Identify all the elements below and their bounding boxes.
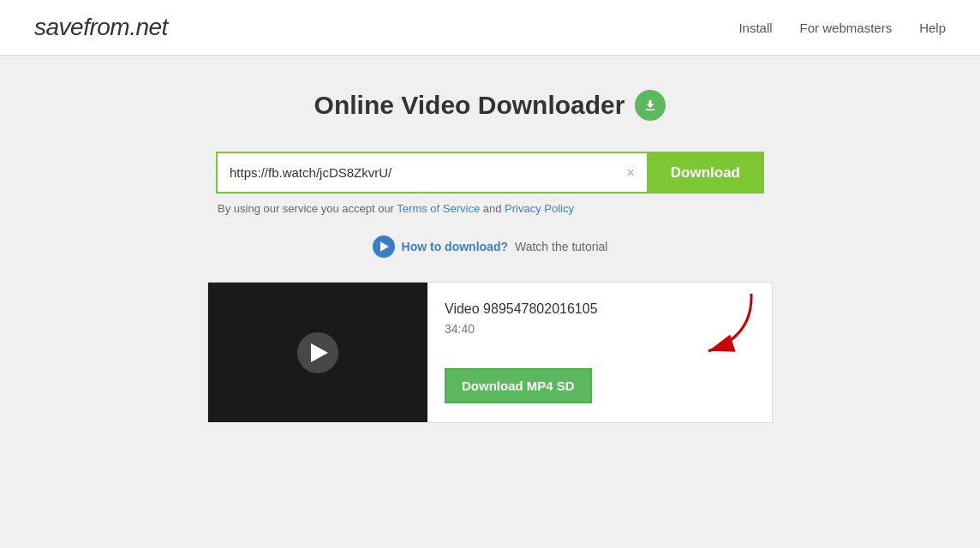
clear-icon[interactable]: × — [623, 163, 637, 183]
video-thumbnail — [208, 283, 427, 422]
main-content: Online Video Downloader × Download By us… — [0, 56, 980, 449]
search-bar: × Download — [216, 152, 764, 194]
url-input[interactable] — [226, 153, 623, 192]
play-icon-svg — [380, 241, 389, 252]
terms-of-service-link[interactable]: Terms of Service — [397, 202, 480, 215]
nav-install[interactable]: Install — [738, 21, 772, 35]
privacy-policy-link[interactable]: Privacy Policy — [505, 202, 574, 215]
terms-text: By using our service you accept our Term… — [216, 202, 764, 215]
title-download-icon — [635, 90, 666, 121]
url-input-wrapper: × — [216, 152, 647, 194]
download-button[interactable]: Download — [647, 152, 764, 194]
thumbnail-play-button[interactable] — [297, 332, 338, 373]
download-format-button[interactable]: Download MP4 SD — [445, 368, 592, 403]
play-circle-icon — [373, 235, 395, 258]
page-title: Online Video Downloader — [314, 90, 666, 121]
nav-webmasters[interactable]: For webmasters — [800, 21, 893, 35]
svg-marker-0 — [380, 241, 389, 252]
red-arrow-icon — [683, 289, 760, 362]
svg-marker-1 — [311, 343, 328, 362]
video-info: Video 989547802016105 34:40 Download MP4… — [427, 283, 772, 422]
logo: savefrom.net — [34, 14, 168, 41]
result-card: Video 989547802016105 34:40 Download MP4… — [207, 282, 773, 423]
arrow-down-icon — [642, 98, 658, 113]
nav-help[interactable]: Help — [919, 21, 946, 35]
how-to-section: How to download? Watch the tutorial — [373, 235, 608, 258]
how-to-link[interactable]: How to download? — [402, 240, 508, 253]
navigation: Install For webmasters Help — [738, 21, 946, 35]
header: savefrom.net Install For webmasters Help — [0, 0, 980, 56]
how-to-description: Watch the tutorial — [515, 240, 607, 253]
thumbnail-play-icon — [311, 343, 328, 362]
